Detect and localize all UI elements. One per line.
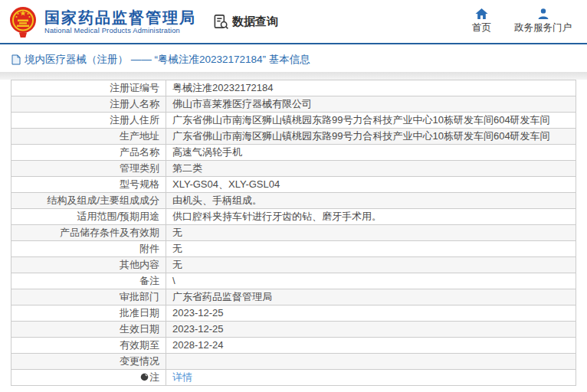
table-row: 有效期至2028-12-24 <box>11 338 576 354</box>
row-label: 审批部门 <box>11 289 166 305</box>
row-value: 高速气涡轮手机 <box>166 145 576 161</box>
table-row: 注册人名称佛山市喜莱雅医疗器械有限公司 <box>11 96 576 113</box>
row-label: 有效期至 <box>11 338 166 354</box>
row-label-text: 注册人名称 <box>110 98 159 109</box>
nav-home[interactable]: 首页 <box>472 8 491 34</box>
row-value: 广东省佛山市南海区狮山镇桃园东路99号力合科技产业中心10栋研发车间604研发车… <box>166 113 576 129</box>
table-row: 注册证编号粤械注准20232172184 <box>11 80 576 96</box>
row-label-text: 其他内容 <box>120 259 159 270</box>
registration-info-section: 注册证编号粤械注准20232172184注册人名称佛山市喜莱雅医疗器械有限公司注… <box>0 80 587 386</box>
table-row: 变更情况 <box>11 354 576 370</box>
table-row: 附件无 <box>11 241 576 257</box>
table-row: 型号规格XLY-GS04、XLY-GSL04 <box>11 177 576 193</box>
row-label-text: 型号规格 <box>120 178 159 190</box>
page-title: 境内医疗器械（注册） —— “粤械注准20232172184” 基本信息 <box>25 53 310 67</box>
row-label-text: 生效日期 <box>120 323 159 335</box>
row-label: 注 <box>11 370 166 386</box>
row-value: 第二类 <box>166 161 576 177</box>
row-label-text: 注册人住所 <box>110 114 159 126</box>
row-label-text: 管理类别 <box>120 162 159 174</box>
row-value: XLY-GS04、XLY-GSL04 <box>166 177 576 193</box>
breadcrumb: 境内医疗器械（注册） —— “粤械注准20232172184” 基本信息 <box>0 44 587 72</box>
brand-text: 国家药品监督管理局 National Medical Products Admi… <box>44 9 196 34</box>
document-search-icon <box>213 14 229 30</box>
brand[interactable]: 国家药品监督管理局 National Medical Products Admi… <box>8 5 196 38</box>
brand-subtitle: National Medical Products Administration <box>44 27 196 34</box>
brand-title: 国家药品监督管理局 <box>44 9 196 27</box>
row-value <box>166 354 576 370</box>
row-value: 2023-12-25 <box>166 305 576 322</box>
detail-link[interactable]: 详情 <box>172 371 192 383</box>
row-label-text: 注册证编号 <box>110 82 159 93</box>
row-label: 生效日期 <box>11 322 166 338</box>
row-label: 注册证编号 <box>11 80 166 96</box>
row-label: 注册人名称 <box>11 96 166 113</box>
row-value: 广东省佛山市南海区狮山镇桃园东路99号力合科技产业中心10栋研发车间604研发车… <box>166 129 576 145</box>
table-row: 产品储存条件及有效期无 <box>11 225 576 241</box>
row-label: 备注 <box>11 273 166 289</box>
row-label-text: 有效期至 <box>120 339 159 351</box>
row-label-text: 适用范围/预期用途 <box>77 211 159 222</box>
data-query-link[interactable]: 数据查询 <box>213 14 278 30</box>
national-emblem-icon <box>8 5 38 38</box>
row-label: 结构及组成/主要组成成分 <box>11 193 166 209</box>
user-icon <box>537 8 549 19</box>
row-label: 管理类别 <box>11 161 166 177</box>
row-label: 适用范围/预期用途 <box>11 209 166 225</box>
row-label: 附件 <box>11 241 166 257</box>
row-value: 详情 <box>166 370 576 386</box>
table-row: 适用范围/预期用途供口腔科夹持车针进行牙齿的钻、磨牙手术用。 <box>11 209 576 225</box>
document-icon <box>11 54 21 65</box>
registration-info-table: 注册证编号粤械注准20232172184注册人名称佛山市喜莱雅医疗器械有限公司注… <box>11 80 576 386</box>
row-label: 生产地址 <box>11 129 166 145</box>
nav-gov-portal[interactable]: 政务服务门户 <box>514 8 572 34</box>
table-row: 备注\ <box>11 273 576 289</box>
row-label: 变更情况 <box>11 354 166 370</box>
row-label-text: 批准日期 <box>120 307 159 318</box>
table-row: 结构及组成/主要组成成分由机头、手柄组成。 <box>11 193 576 209</box>
home-icon <box>475 8 488 19</box>
row-value: \ <box>166 273 576 289</box>
row-label: 产品名称 <box>11 145 166 161</box>
header-nav: 首页 政务服务门户 <box>472 8 572 34</box>
row-value: 无 <box>166 225 576 241</box>
row-label: 型号规格 <box>11 177 166 193</box>
nav-gov-portal-label: 政务服务门户 <box>514 21 572 34</box>
row-value: 2023-12-25 <box>166 322 576 338</box>
table-row: 注详情 <box>11 370 576 386</box>
row-label-text: 结构及组成/主要组成成分 <box>47 194 159 206</box>
row-label: 其他内容 <box>11 257 166 273</box>
row-value: 供口腔科夹持车针进行牙齿的钻、磨牙手术用。 <box>166 209 576 225</box>
row-label-text: 附件 <box>139 243 159 254</box>
nav-home-label: 首页 <box>472 21 491 34</box>
row-label-text: 审批部门 <box>120 291 159 302</box>
row-value: 粤械注准20232172184 <box>166 80 576 96</box>
row-label: 批准日期 <box>11 305 166 322</box>
table-row: 注册人住所广东省佛山市南海区狮山镇桃园东路99号力合科技产业中心10栋研发车间6… <box>11 113 576 129</box>
info-table-body: 注册证编号粤械注准20232172184注册人名称佛山市喜莱雅医疗器械有限公司注… <box>11 80 576 386</box>
data-query-label: 数据查询 <box>232 15 278 29</box>
table-row: 生效日期2023-12-25 <box>11 322 576 338</box>
row-value: 无 <box>166 241 576 257</box>
table-row: 其他内容无 <box>11 257 576 273</box>
row-label-text: 产品储存条件及有效期 <box>60 227 159 238</box>
row-value: 无 <box>166 257 576 273</box>
row-label: 注册人住所 <box>11 113 166 129</box>
header: 国家药品监督管理局 National Medical Products Admi… <box>0 0 587 44</box>
row-label-text: 备注 <box>139 275 159 286</box>
table-row: 审批部门广东省药品监督管理局 <box>11 289 576 305</box>
table-row: 批准日期2023-12-25 <box>11 305 576 322</box>
table-row: 生产地址广东省佛山市南海区狮山镇桃园东路99号力合科技产业中心10栋研发车间60… <box>11 129 576 145</box>
row-label-text: 变更情况 <box>120 355 159 367</box>
row-value: 由机头、手柄组成。 <box>166 193 576 209</box>
header-shadow-strip <box>0 72 587 80</box>
row-label-text: 产品名称 <box>120 146 159 158</box>
row-label-text: 生产地址 <box>120 130 159 142</box>
row-label-text: 注 <box>149 371 159 383</box>
row-value: 2028-12-24 <box>166 338 576 354</box>
table-row: 管理类别第二类 <box>11 161 576 177</box>
row-value: 广东省药品监督管理局 <box>166 289 576 305</box>
row-value: 佛山市喜莱雅医疗器械有限公司 <box>166 96 576 113</box>
row-label: 产品储存条件及有效期 <box>11 225 166 241</box>
table-row: 产品名称高速气涡轮手机 <box>11 145 576 161</box>
